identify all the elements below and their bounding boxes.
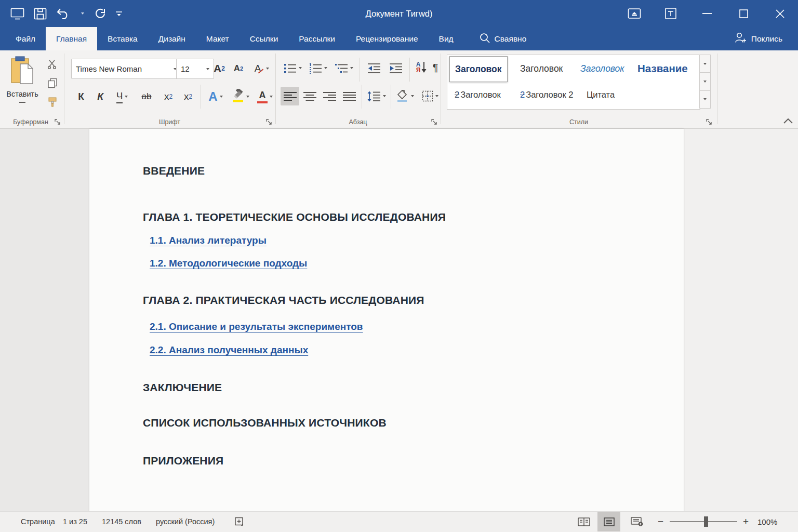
print-layout-icon[interactable] bbox=[597, 512, 620, 531]
strikethrough-button[interactable]: ab bbox=[135, 87, 158, 107]
style-card-heading-italic[interactable]: Заголовок bbox=[575, 56, 630, 81]
doc-heading-introduction[interactable]: ВВЕДЕНИЕ bbox=[143, 165, 205, 177]
clear-formatting-button[interactable]: A bbox=[250, 60, 273, 77]
align-center-button[interactable] bbox=[300, 87, 319, 105]
tab-review[interactable]: Рецензирование bbox=[345, 27, 429, 50]
multilevel-list-icon bbox=[335, 63, 348, 74]
tab-file[interactable]: Файл bbox=[5, 27, 46, 50]
format-painter-icon[interactable] bbox=[45, 95, 60, 109]
doc-link-1-2[interactable]: 1.2. Методологические подходы bbox=[150, 258, 307, 269]
collapse-ribbon-icon[interactable] bbox=[653, 0, 689, 27]
show-paragraph-marks-button[interactable]: ¶ bbox=[430, 58, 441, 77]
shading-button[interactable] bbox=[393, 87, 417, 105]
increase-indent-button[interactable] bbox=[385, 60, 406, 76]
zoom-in-button[interactable]: + bbox=[743, 512, 749, 531]
decrease-indent-icon bbox=[367, 63, 381, 74]
tab-insert[interactable]: Вставка bbox=[97, 27, 148, 50]
align-left-button[interactable] bbox=[281, 87, 299, 105]
doc-heading-sources[interactable]: СПИСОК ИСПОЛЬЗОВАННЫХ ИСТОЧНИКОВ bbox=[143, 417, 387, 429]
bullets-button[interactable] bbox=[282, 60, 303, 76]
grow-font-button[interactable]: A2 bbox=[210, 60, 229, 77]
numbering-button[interactable] bbox=[307, 60, 329, 76]
save-icon[interactable] bbox=[30, 4, 50, 23]
language-indicator[interactable]: русский (Россия) bbox=[156, 512, 215, 531]
font-dialog-launcher-icon[interactable] bbox=[265, 118, 272, 125]
doc-heading-chapter2[interactable]: ГЛАВА 2. ПРАКТИЧЕСКАЯ ЧАСТЬ ИССЛЕДОВАНИЯ bbox=[143, 294, 424, 307]
multilevel-list-button[interactable] bbox=[332, 60, 355, 76]
redo-icon[interactable] bbox=[90, 4, 110, 23]
line-spacing-button[interactable] bbox=[365, 87, 389, 105]
minimize-button[interactable] bbox=[689, 0, 725, 27]
justify-button[interactable] bbox=[340, 87, 358, 105]
align-right-button[interactable] bbox=[320, 87, 339, 105]
doc-heading-chapter1[interactable]: ГЛАВА 1. ТЕОРЕТИЧЕСКИЕ ОСНОВЫ ИССЛЕДОВАН… bbox=[143, 211, 446, 223]
close-button[interactable] bbox=[762, 0, 798, 27]
tell-me-search[interactable]: Сваявно bbox=[471, 27, 535, 50]
small-separator bbox=[391, 85, 391, 109]
page-info[interactable]: 1 из 25 bbox=[63, 512, 87, 531]
highlight-color-button[interactable] bbox=[229, 87, 252, 107]
bold-button[interactable]: К bbox=[72, 87, 90, 107]
doc-heading-appendix[interactable]: ПРИЛОЖЕНИЯ bbox=[143, 455, 223, 467]
zoom-slider-handle[interactable] bbox=[704, 516, 708, 527]
clipboard-dialog-launcher-icon[interactable] bbox=[54, 118, 61, 125]
share-button[interactable]: Поклись bbox=[719, 27, 798, 50]
word-count[interactable]: 12145 слов bbox=[102, 512, 141, 531]
style-card-title[interactable]: Название bbox=[633, 56, 692, 81]
doc-link-2-2[interactable]: 2.2. Анализ полученных данных bbox=[150, 344, 308, 356]
zoom-slider[interactable] bbox=[670, 521, 737, 522]
tab-layout[interactable]: Макет bbox=[196, 27, 240, 50]
autosave-monitor-icon[interactable] bbox=[7, 4, 27, 23]
copy-icon[interactable] bbox=[45, 76, 60, 90]
tab-view[interactable]: Вид bbox=[429, 27, 464, 50]
style-card-heading2[interactable]: 2Заголовок 2 bbox=[515, 83, 579, 106]
ribbon-display-options-icon[interactable] bbox=[616, 0, 653, 27]
tab-mailings[interactable]: Рассылки bbox=[288, 27, 345, 50]
styles-scroll-down-icon[interactable] bbox=[699, 73, 711, 90]
read-mode-icon[interactable] bbox=[573, 512, 595, 531]
paste-button[interactable]: Вставить bbox=[5, 56, 39, 114]
text-effects-button[interactable]: А bbox=[204, 87, 228, 107]
document-canvas: ВВЕДЕНИЕ ГЛАВА 1. ТЕОРЕТИЧЕСКИЕ ОСНОВЫ И… bbox=[0, 129, 798, 512]
doc-link-2-1[interactable]: 2.1. Описание и результаты экспериментов bbox=[150, 321, 363, 332]
paragraph-dialog-launcher-icon[interactable] bbox=[431, 118, 437, 125]
cut-icon[interactable] bbox=[45, 58, 60, 71]
style-card-quote[interactable]: Цитата bbox=[581, 83, 620, 106]
borders-button[interactable] bbox=[418, 87, 443, 105]
collapse-ribbon-chevron-icon[interactable] bbox=[783, 116, 793, 126]
borders-icon bbox=[422, 90, 433, 102]
page-label[interactable]: Страница bbox=[21, 512, 55, 531]
web-layout-icon[interactable] bbox=[626, 512, 648, 531]
underline-button[interactable]: Ч bbox=[110, 87, 134, 107]
font-size-select[interactable]: 12 bbox=[176, 59, 214, 79]
shrink-font-button[interactable]: A2 bbox=[230, 60, 247, 77]
maximize-button[interactable] bbox=[725, 0, 762, 27]
styles-scroll-up-icon[interactable] bbox=[699, 55, 711, 73]
italic-button[interactable]: К bbox=[91, 87, 109, 107]
styles-more-icon[interactable] bbox=[699, 91, 711, 109]
doc-link-1-1[interactable]: 1.1. Анализ литературы bbox=[150, 235, 267, 246]
zoom-out-button[interactable]: − bbox=[658, 512, 663, 531]
font-name-select[interactable]: Times New Roman bbox=[71, 59, 181, 79]
superscript-button[interactable]: x2 bbox=[179, 87, 197, 107]
font-color-button[interactable]: А bbox=[254, 87, 276, 107]
document-page[interactable]: ВВЕДЕНИЕ ГЛАВА 1. ТЕОРЕТИЧЕСКИЕ ОСНОВЫ И… bbox=[89, 129, 684, 512]
customize-quick-access-icon[interactable] bbox=[113, 4, 125, 23]
decrease-indent-button[interactable] bbox=[364, 60, 384, 76]
status-tool-icon[interactable] bbox=[234, 512, 246, 531]
subscript-button[interactable]: x2 bbox=[159, 87, 178, 107]
word-window: Документ Тигwd) Файл Главная Вставка Диз… bbox=[0, 0, 798, 532]
doc-heading-conclusion[interactable]: ЗАКЛЮЧЕНИЕ bbox=[143, 381, 222, 394]
undo-icon[interactable] bbox=[53, 4, 73, 23]
style-card-heading1[interactable]: Заголовок bbox=[449, 56, 508, 82]
style-card-heading[interactable]: Заголовок bbox=[515, 56, 568, 81]
tab-design[interactable]: Дизайн bbox=[148, 27, 196, 50]
tab-references[interactable]: Ссылки bbox=[240, 27, 289, 50]
styles-dialog-launcher-icon[interactable] bbox=[706, 118, 712, 125]
undo-dropdown-icon[interactable] bbox=[76, 4, 87, 23]
zoom-level[interactable]: 100% bbox=[757, 512, 777, 531]
sort-button[interactable]: А Я bbox=[411, 58, 431, 77]
style-card-subtitle[interactable]: 2Заголовок bbox=[449, 83, 506, 106]
tab-home[interactable]: Главная bbox=[46, 27, 97, 50]
bullets-icon bbox=[284, 63, 297, 74]
